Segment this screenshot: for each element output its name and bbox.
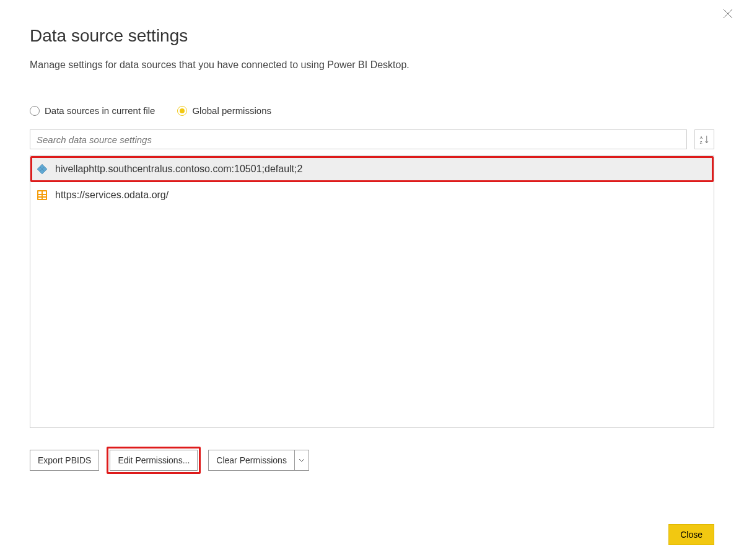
radio-current-file[interactable]: Data sources in current file	[30, 105, 155, 116]
data-source-row[interactable]: hivellaphttp.southcentralus.contoso.com:…	[30, 156, 714, 182]
radio-label: Data sources in current file	[45, 105, 155, 116]
data-source-label: hivellaphttp.southcentralus.contoso.com:…	[55, 164, 302, 175]
radio-label: Global permissions	[192, 105, 271, 116]
close-icon[interactable]	[723, 9, 733, 19]
hive-icon	[37, 164, 48, 175]
dialog-title: Data source settings	[30, 26, 714, 46]
action-button-row: Export PBIDS Edit Permissions... Clear P…	[30, 447, 714, 474]
svg-rect-15	[43, 198, 46, 199]
search-row: A Z	[30, 129, 714, 149]
odata-icon	[37, 190, 48, 201]
edit-permissions-highlight: Edit Permissions...	[107, 447, 201, 474]
edit-permissions-button[interactable]: Edit Permissions...	[110, 450, 198, 471]
data-source-label: https://services.odata.org/	[55, 190, 168, 201]
clear-permissions-split-button: Clear Permissions	[208, 450, 309, 471]
dialog-subtitle: Manage settings for data sources that yo…	[30, 59, 714, 71]
close-button[interactable]: Close	[668, 524, 714, 545]
svg-rect-13	[43, 195, 46, 196]
dialog-footer: Close	[668, 524, 714, 545]
scope-radio-group: Data sources in current file Global perm…	[30, 105, 714, 116]
sort-button[interactable]: A Z	[694, 129, 714, 149]
clear-permissions-dropdown[interactable]	[294, 450, 309, 471]
export-pbids-button[interactable]: Export PBIDS	[30, 450, 99, 471]
data-source-list[interactable]: hivellaphttp.southcentralus.contoso.com:…	[30, 155, 714, 428]
svg-rect-12	[38, 195, 42, 196]
radio-global-permissions[interactable]: Global permissions	[177, 105, 271, 116]
search-input[interactable]	[30, 129, 687, 149]
radio-icon	[177, 106, 187, 116]
svg-rect-11	[43, 191, 46, 194]
svg-rect-10	[38, 191, 42, 194]
clear-permissions-button[interactable]: Clear Permissions	[208, 450, 294, 471]
svg-text:A: A	[700, 135, 703, 139]
svg-rect-14	[38, 198, 42, 199]
data-source-row[interactable]: https://services.odata.org/	[30, 182, 714, 208]
radio-icon	[30, 106, 40, 116]
svg-text:Z: Z	[700, 140, 702, 144]
